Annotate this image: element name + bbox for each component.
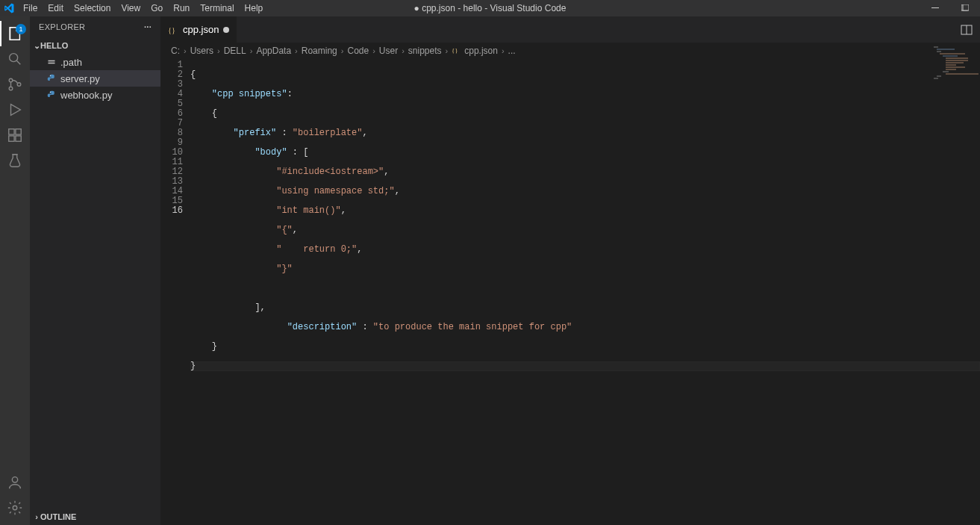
chevron-down-icon: ⌄	[33, 41, 40, 51]
menu-selection[interactable]: Selection	[69, 0, 116, 16]
editor-toolbar	[961, 16, 980, 43]
menu-go[interactable]: Go	[146, 0, 168, 16]
folder-name: HELLO	[40, 41, 68, 50]
dirty-indicator-icon	[223, 27, 229, 33]
svg-line-4	[16, 60, 20, 64]
tab-label: cpp.json	[183, 24, 219, 35]
sidebar-more-icon[interactable]: ···	[144, 22, 152, 31]
folder-header[interactable]: ⌄ HELLO	[30, 37, 160, 54]
file-label: server.py	[60, 73, 100, 84]
explorer-badge: 1	[16, 24, 26, 34]
svg-rect-0	[931, 7, 939, 8]
window-controls	[920, 0, 980, 16]
svg-rect-16	[49, 63, 55, 64]
file-label: webhook.py	[60, 90, 112, 101]
activity-search[interactable]	[0, 46, 30, 72]
chevron-right-icon: ›	[33, 512, 40, 521]
breadcrumb-item[interactable]: C:	[171, 46, 180, 56]
breadcrumb-item[interactable]: AppData	[256, 46, 291, 56]
svg-rect-9	[16, 129, 21, 134]
breadcrumb-item[interactable]: ...	[508, 46, 516, 56]
activity-source-control[interactable]	[0, 72, 30, 97]
activity-accounts[interactable]	[0, 470, 30, 495]
svg-rect-8	[9, 129, 14, 134]
svg-text:{}: {}	[452, 46, 458, 54]
breadcrumb-item[interactable]: Code	[347, 46, 369, 56]
tab-cppjson[interactable]: {} cpp.json	[160, 16, 237, 43]
tabs-bar: {} cpp.json	[160, 16, 980, 43]
menu-terminal[interactable]: Terminal	[195, 0, 239, 16]
breadcrumb-item[interactable]: cpp.json	[464, 46, 498, 56]
svg-point-7	[17, 83, 21, 87]
svg-rect-10	[9, 136, 14, 141]
activity-explorer[interactable]: 1	[0, 21, 30, 46]
activity-bar: 1	[0, 16, 30, 525]
breadcrumb-item[interactable]: snippets	[408, 46, 442, 56]
minimize-button[interactable]	[920, 0, 950, 16]
json-file-icon: {}	[452, 46, 461, 56]
activity-extensions[interactable]	[0, 122, 30, 148]
breadcrumb[interactable]: C:› Users› DELL› AppData› Roaming› Code›…	[160, 43, 980, 59]
outline-section[interactable]: › OUTLINE	[30, 509, 160, 525]
python-file-icon	[46, 73, 57, 84]
file-item-server[interactable]: server.py	[30, 70, 160, 87]
activity-settings[interactable]	[0, 495, 30, 521]
json-file-icon: {}	[168, 25, 178, 35]
menu-edit[interactable]: Edit	[43, 0, 69, 16]
file-item-path[interactable]: .path	[30, 54, 160, 70]
split-editor-icon[interactable]	[961, 24, 973, 36]
svg-point-18	[50, 92, 51, 93]
activity-run-debug[interactable]	[0, 97, 30, 122]
code-editor[interactable]: 1 2 3 4 5 6 7 8 9 10 11 12 13 14 15 16 {…	[160, 59, 980, 525]
svg-point-5	[9, 78, 13, 82]
svg-rect-2	[963, 4, 969, 10]
file-label: .path	[60, 57, 82, 68]
breadcrumb-item[interactable]: DELL	[224, 46, 246, 56]
svg-point-13	[12, 477, 17, 482]
menu-run[interactable]: Run	[168, 0, 195, 16]
line-number-gutter: 1 2 3 4 5 6 7 8 9 10 11 12 13 14 15 16	[160, 59, 190, 525]
sidebar-header: EXPLORER ···	[30, 16, 160, 37]
svg-rect-11	[16, 136, 21, 141]
maximize-button[interactable]	[950, 0, 980, 16]
menu-file[interactable]: File	[18, 0, 43, 16]
menu-view[interactable]: View	[116, 0, 146, 16]
breadcrumb-item[interactable]: Users	[190, 46, 213, 56]
menu-bar: File Edit Selection View Go Run Terminal…	[18, 0, 268, 16]
file-item-webhook[interactable]: webhook.py	[30, 87, 160, 103]
sidebar: EXPLORER ··· ⌄ HELLO .path server.py web…	[30, 16, 160, 525]
svg-point-14	[13, 506, 17, 510]
svg-text:{}: {}	[168, 25, 175, 34]
title-bar: File Edit Selection View Go Run Terminal…	[0, 0, 980, 16]
code-content[interactable]: { "cpp snippets": { "prefix" : "boilerpl…	[190, 59, 980, 525]
file-icon	[46, 57, 57, 67]
svg-point-3	[10, 54, 18, 62]
vscode-logo-icon	[0, 0, 18, 16]
svg-rect-15	[49, 60, 55, 62]
breadcrumb-item[interactable]: User	[379, 46, 398, 56]
sidebar-title: EXPLORER	[39, 22, 85, 31]
outline-label: OUTLINE	[40, 512, 76, 521]
python-file-icon	[46, 90, 57, 100]
editor-group: {} cpp.json C:› Users› DELL› AppData› Ro…	[160, 16, 980, 525]
svg-point-6	[9, 87, 13, 90]
activity-testing[interactable]	[0, 148, 30, 173]
breadcrumb-item[interactable]: Roaming	[302, 46, 337, 56]
svg-point-17	[50, 75, 51, 76]
menu-help[interactable]: Help	[240, 0, 269, 16]
